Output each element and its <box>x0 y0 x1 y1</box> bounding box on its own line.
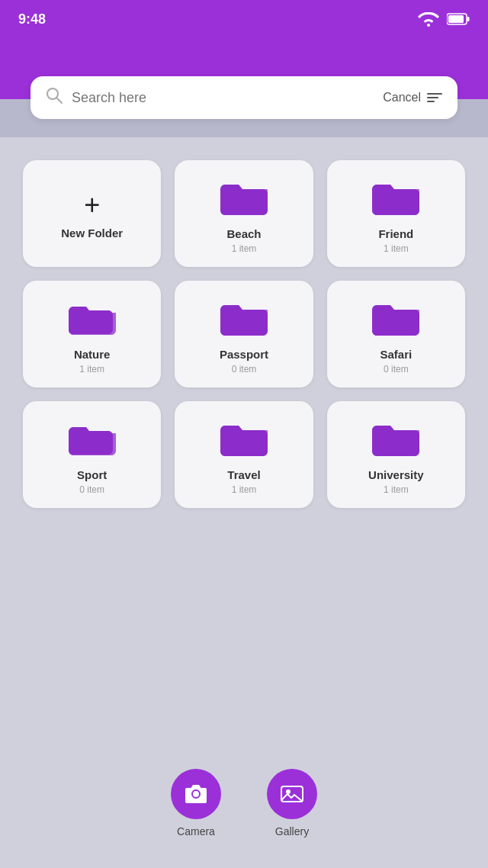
sort-line-1 <box>427 93 442 95</box>
folder-icon-university <box>369 418 422 461</box>
folder-card-friend[interactable]: Friend 1 item <box>327 160 465 267</box>
status-icons <box>418 11 470 27</box>
folder-name-safari: Safari <box>380 348 412 361</box>
folder-icon-passport <box>217 297 271 340</box>
gallery-icon <box>280 782 304 806</box>
new-folder-label: New Folder <box>61 227 123 240</box>
folder-count-university: 1 item <box>384 484 409 495</box>
search-bar: Cancel <box>30 76 458 119</box>
folder-icon-nature <box>66 297 119 340</box>
main-content: + New Folder Beach 1 item Friend 1 item … <box>0 137 488 868</box>
svg-rect-2 <box>448 15 464 23</box>
folder-count-travel: 1 item <box>232 484 257 495</box>
folder-icon-sport <box>66 418 119 461</box>
camera-button[interactable] <box>171 769 221 819</box>
folder-icon-friend <box>369 177 422 220</box>
status-bar: 9:48 <box>0 0 488 38</box>
folder-card-sport[interactable]: Sport 0 item <box>23 401 161 508</box>
sort-line-3 <box>427 101 435 102</box>
cancel-button[interactable]: Cancel <box>383 91 421 104</box>
folder-name-sport: Sport <box>77 468 107 481</box>
folder-icon-beach <box>217 177 271 220</box>
bottom-toolbar: Camera Gallery <box>0 769 488 837</box>
svg-line-4 <box>56 98 62 103</box>
gallery-toolbar-item[interactable]: Gallery <box>267 769 317 837</box>
new-folder-plus-icon: + <box>84 191 100 219</box>
folder-icon-travel <box>217 418 271 461</box>
battery-icon <box>447 13 470 25</box>
gallery-button[interactable] <box>267 769 317 819</box>
folder-card-university[interactable]: University 1 item <box>327 401 465 508</box>
search-input[interactable] <box>72 90 375 106</box>
svg-rect-1 <box>467 17 470 21</box>
sort-icon[interactable] <box>427 93 442 102</box>
folder-name-nature: Nature <box>74 348 111 361</box>
folder-name-beach: Beach <box>226 227 261 240</box>
folder-icon-safari <box>369 297 422 340</box>
folder-card-passport[interactable]: Passport 0 item <box>175 281 313 387</box>
folder-card-safari[interactable]: Safari 0 item <box>327 281 465 387</box>
wifi-icon <box>418 11 439 27</box>
folder-count-beach: 1 item <box>232 243 257 254</box>
folder-card-nature[interactable]: Nature 1 item <box>23 281 161 387</box>
folder-name-university: University <box>368 468 424 481</box>
svg-point-6 <box>286 789 291 794</box>
camera-toolbar-item[interactable]: Camera <box>171 769 221 837</box>
folder-name-travel: Travel <box>227 468 260 481</box>
folder-card-beach[interactable]: Beach 1 item <box>175 160 313 267</box>
folder-name-friend: Friend <box>378 227 413 240</box>
folder-card-travel[interactable]: Travel 1 item <box>175 401 313 508</box>
gallery-label: Gallery <box>275 825 309 837</box>
camera-label: Camera <box>177 825 215 837</box>
folder-count-passport: 0 item <box>232 364 257 375</box>
search-icon <box>46 87 63 108</box>
camera-icon <box>184 782 208 806</box>
sort-line-2 <box>427 97 438 98</box>
folder-count-sport: 0 item <box>79 484 104 495</box>
folder-name-passport: Passport <box>220 348 268 361</box>
folder-count-friend: 1 item <box>384 243 409 254</box>
folder-card-new-folder[interactable]: + New Folder <box>23 160 161 267</box>
folders-grid: + New Folder Beach 1 item Friend 1 item … <box>23 160 465 508</box>
status-time: 9:48 <box>18 11 46 27</box>
folder-count-safari: 0 item <box>384 364 409 375</box>
folder-count-nature: 1 item <box>79 364 104 375</box>
